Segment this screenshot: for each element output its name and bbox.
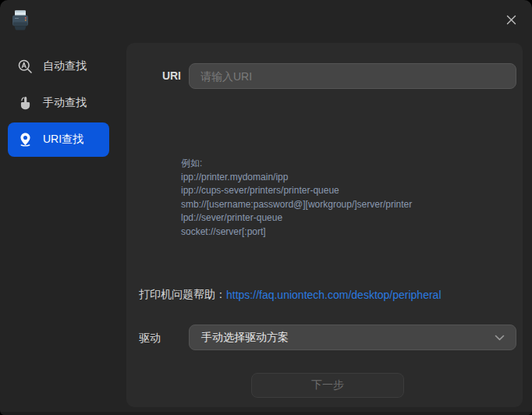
uri-input[interactable] [189,63,516,89]
sidebar-item-manual-search[interactable]: 手动查找 [8,86,109,120]
printer-help-row: 打印机问题帮助： https://faq.uniontech.com/deskt… [139,288,442,302]
printer-help-link[interactable]: https://faq.uniontech.com/desktop/periph… [226,289,442,301]
close-button[interactable] [499,8,523,31]
sidebar-item-label: 自动查找 [43,59,87,73]
printer-icon [9,9,31,31]
example-line: ipp://printer.mydomain/ipp [181,171,412,185]
location-pin-icon [16,131,34,148]
chevron-down-icon [495,335,505,341]
uri-label: URI [126,69,181,82]
driver-dropdown[interactable]: 手动选择驱动方案 [189,325,516,350]
sidebar-item-label: URI查找 [43,133,83,147]
close-icon [505,14,517,26]
example-line: smb://[username:password@][workgroup/]se… [181,198,412,212]
sidebar-item-auto-search[interactable]: 自动查找 [8,49,109,83]
next-button[interactable]: 下一步 [251,373,404,398]
hand-touch-icon [16,94,34,112]
example-line: ipp://cups-sever/printers/printer-queue [181,184,412,198]
titlebar [0,0,532,39]
driver-label: 驱动 [139,332,161,346]
example-line: lpd://sever/printer-queue [181,211,412,225]
examples-title: 例如: [181,157,412,171]
uri-examples: 例如: ipp://printer.mydomain/ipp ipp://cup… [181,157,412,239]
window-bottom-edge [0,412,532,415]
sidebar: 自动查找 手动查找 URI查找 [0,39,126,415]
sidebar-item-uri-search[interactable]: URI查找 [8,122,109,157]
content-panel: URI 例如: ipp://printer.mydomain/ipp ipp:/… [126,43,523,407]
auto-search-icon [16,58,34,75]
driver-dropdown-value: 手动选择驱动方案 [201,331,495,345]
sidebar-item-label: 手动查找 [43,96,87,110]
example-line: socket://server[:port] [181,225,412,239]
printer-setup-window: 自动查找 手动查找 URI查找 URI [0,0,532,415]
printer-help-label: 打印机问题帮助： [139,288,226,302]
